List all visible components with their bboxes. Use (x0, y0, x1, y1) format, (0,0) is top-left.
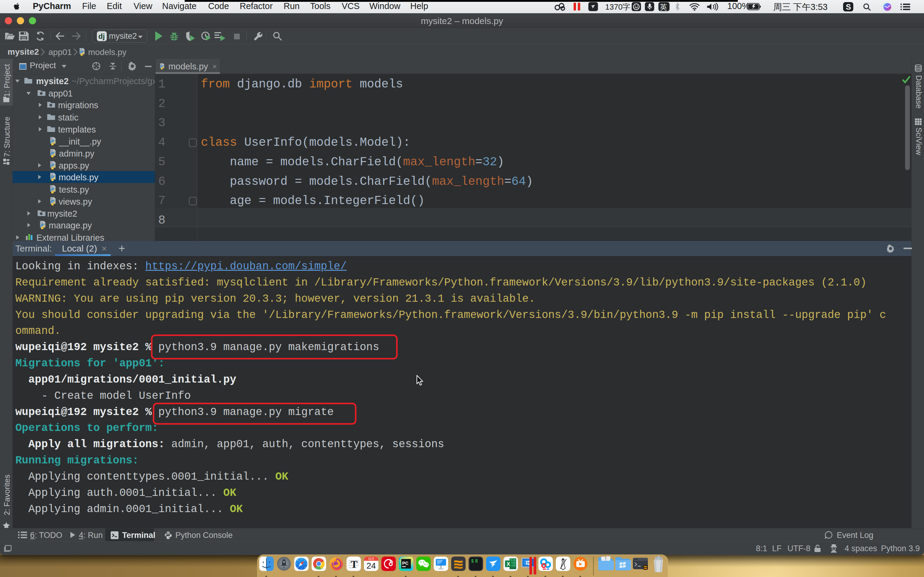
svg-text:24: 24 (366, 561, 376, 571)
svg-text:T: T (351, 559, 358, 570)
svg-text:$: $ (471, 559, 474, 564)
svg-text:PC: PC (402, 561, 409, 566)
svg-text:11月: 11月 (368, 557, 374, 561)
svg-text:X: X (507, 561, 510, 567)
